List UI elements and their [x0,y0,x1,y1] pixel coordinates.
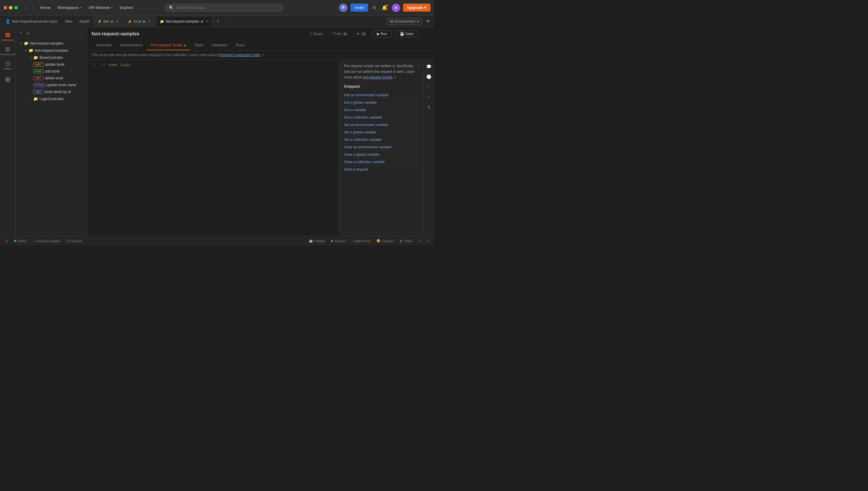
forward-button[interactable]: › [30,4,35,11]
snippet-clear-collection-var[interactable]: Clear a collection variable [344,158,420,166]
explore-nav[interactable]: Explore [117,4,135,11]
tree-item-add-book[interactable]: POST add book [17,68,85,75]
bottom-help[interactable]: ? [425,239,431,243]
tree-item-update-book-name[interactable]: PATCH update book name [17,82,85,88]
snippet-get-var[interactable]: Get a variable [344,107,420,114]
snippet-get-collection-var[interactable]: Get a collection variable [344,114,420,121]
sidebar-item-environments[interactable]: Environments [2,45,14,57]
tree-item-update-book[interactable]: PUT update book [17,61,85,68]
minimize-button[interactable] [9,6,12,9]
tree-item-book-detail[interactable]: GET book detail by id [17,89,85,95]
snippet-clear-env-var[interactable]: Clear an environment variable [344,144,420,151]
run-button[interactable]: ▶ Run [373,30,392,37]
sidebar-item-apps[interactable] [2,74,14,86]
git-icon[interactable]: ⑂ [425,82,433,91]
tab-more-button[interactable]: ··· [223,19,232,24]
check-icon[interactable]: ✓ [425,92,433,102]
back-button[interactable]: ‹ [23,4,28,11]
tab-fast-request-samples-close[interactable]: ✕ [205,19,209,24]
bottom-cookies[interactable]: 🍪 Cookies [374,238,396,243]
snippet-set-collection-var[interactable]: Set a collection variable [344,136,420,144]
tab-local-close[interactable]: ✕ [147,19,151,24]
tab-authorization[interactable]: Authorization [116,40,147,50]
more-actions-button[interactable]: ··· [422,31,429,37]
search-bar[interactable]: 🔍 [164,4,283,11]
snippet-link[interactable]: pre-request scripts [363,75,393,79]
snippet-set-env-var[interactable]: Set an environment variable [344,121,420,129]
tab-local[interactable]: ⚡ local ✕ [124,16,155,27]
notifications-button[interactable]: 🔔 [380,4,389,11]
snippet-get-global-var[interactable]: Get a global variable [344,99,420,107]
search-input[interactable] [176,5,279,10]
sidebar-item-history[interactable]: History [2,59,14,71]
sidebar-more-button[interactable]: ··· [78,30,84,36]
bottom-trash[interactable]: 🗑 Trash [397,239,415,243]
fork-button[interactable]: ⑂ Fork 0 [328,31,350,37]
bottom-online[interactable]: Online [11,239,29,243]
bottom-runner[interactable]: ▶ Runner [329,238,348,243]
add-tab-button[interactable]: + [214,18,222,25]
new-tab-button[interactable]: New [62,18,75,25]
topbar-right: ⚙ Invite ⚙ 🔔 R Upgrade ▾ [339,4,430,12]
tree-item-folder[interactable]: ▾ 📁 fast-request-samples [17,47,85,54]
tree-item-login-controller[interactable]: › 📁 LoginController [17,95,85,102]
tab-tests[interactable]: Tests [190,40,207,50]
bottom-find-replace[interactable]: ⌕ Find and replace [30,239,63,243]
info-right-icon[interactable]: ℹ [425,103,433,112]
sidebar-item-collections[interactable]: Collections [2,31,14,43]
workspace-label[interactable]: 👤 fast-request-postman-sync [2,18,61,25]
user-avatar[interactable]: R [392,4,400,12]
tab-fast-request-samples[interactable]: 📁 fast-request-samples ✕ [156,16,213,27]
snippet-send-request[interactable]: Send a request [344,166,420,173]
bottom-layout-button[interactable]: ⊡ [3,238,10,243]
svg-rect-2 [5,36,10,37]
tree-item-book-controller[interactable]: ▾ 📁 BookController [17,54,85,61]
bottom-postbot[interactable]: 🤖 Postbot [307,238,327,243]
sidebar-add-button[interactable]: + [19,30,23,36]
comment-icon[interactable]: 💬 [425,62,433,71]
sidebar-filter-button[interactable]: ⚌ [25,30,31,36]
info-link[interactable]: Postman's execution order [218,53,260,57]
content-area: fast-request-samples ↗ Share ⑂ Fork 0 👁 … [87,27,434,236]
save-button[interactable]: 💾 Save [395,30,418,37]
tab-overview[interactable]: Overview [92,40,116,50]
home-nav[interactable]: Home [38,4,53,11]
bottom-expand[interactable]: ⤢ [416,238,423,243]
bottom-console[interactable]: ⊡ Console [64,238,84,243]
tree-item-delete-book[interactable]: DEL delete book [17,75,85,81]
maximize-button[interactable] [14,6,18,9]
tab-pre-request-script[interactable]: Pre-request Script [147,40,190,50]
bottom-start-proxy[interactable]: ⤴ Start Proxy [349,239,373,243]
invite-button[interactable]: Invite [350,4,368,11]
tab-dev-dot [111,21,113,23]
close-button[interactable] [4,6,7,9]
snippet-get-env-var[interactable]: Get an environment variable [344,91,420,99]
settings-button[interactable]: ⚙ [371,4,378,11]
tab-dev[interactable]: ⚡ dev ✕ [94,16,123,27]
snippet-set-global-var[interactable]: Set a global variable [344,129,420,136]
workspaces-nav[interactable]: Workspaces ▾ [55,4,84,11]
code-editor[interactable]: 1 // some logic [87,60,340,236]
titlebar: ‹ › Home Workspaces ▾ API Network ▾ Expl… [0,0,434,16]
team-avatar[interactable]: ⚙ [339,4,347,12]
tab-runs[interactable]: Runs [232,40,249,50]
history-right-icon[interactable]: 🕐 [425,72,433,81]
env-settings-button[interactable]: 👁 [425,18,432,25]
editor-scrollbar[interactable] [338,63,340,233]
snippet-clear-global-var[interactable]: Clear a global variable [344,151,420,158]
share-button[interactable]: ↗ Share [307,31,325,37]
watch-button[interactable]: 👁 0 [354,31,369,37]
snippets-expand-button[interactable]: › [418,63,420,69]
tree-item-root[interactable]: ▾ 📁 fast-request-samples [17,40,85,47]
line-number-1: 1 [90,63,95,67]
svg-rect-1 [5,34,10,35]
tab-dev-close[interactable]: ✕ [115,19,119,24]
api-network-nav[interactable]: API Network ▾ [86,4,115,11]
import-button[interactable]: Import [77,18,92,25]
tab-variables[interactable]: Variables [207,40,232,50]
upgrade-button[interactable]: Upgrade ▾ [403,4,430,11]
code-content[interactable]: // some logic [99,63,338,233]
env-dropdown[interactable]: No Environment ▾ [386,18,422,25]
method-patch-badge: PATCH [33,83,45,87]
bottom-bar: ⊡ Online ⌕ Find and replace ⊡ Console 🤖 … [0,236,434,246]
